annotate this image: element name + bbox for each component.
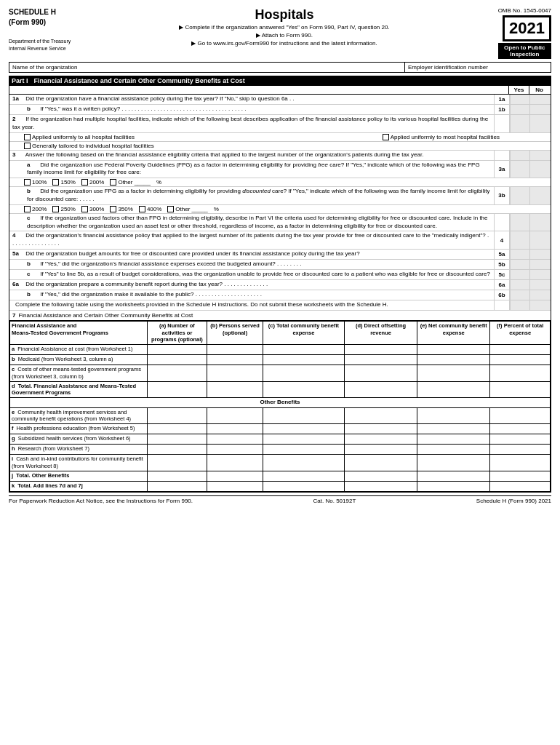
row-g-col-c: [263, 434, 344, 445]
col-header-a: (a) Number of activities or programs (op…: [147, 321, 207, 344]
col-header-programs: Financial Assistance and Means-Tested Go…: [10, 321, 148, 344]
row-c-col-c: [263, 365, 344, 382]
row-j-col-b: [207, 471, 263, 481]
page-header: SCHEDULE H (Form 990) Department of the …: [9, 7, 551, 59]
row-c-col-a: [147, 365, 207, 382]
table-row-k: k Total. Add lines 7d and 7j: [10, 481, 551, 491]
row-k-col-d: [344, 481, 417, 491]
cb-250[interactable]: 250%: [52, 206, 75, 212]
form-ref: (Form 990): [9, 17, 71, 28]
table-row-d: d Total. Financial Assistance and Means-…: [10, 381, 551, 398]
ans-note-yes: [510, 300, 530, 310]
question-1a: 1a Did the organization have a financial…: [9, 95, 551, 105]
checkbox-icon[interactable]: [81, 206, 88, 212]
question-6a: 6a Did the organization prepare a commun…: [9, 280, 551, 290]
cb-other-3b[interactable]: Other _____: [167, 206, 207, 212]
table-row-h: h Research (from Worksheet 7): [10, 445, 551, 455]
checkbox-icon[interactable]: [24, 134, 31, 140]
checkbox-icon[interactable]: [24, 143, 31, 149]
row-f-label: f Health professions education (from Wor…: [10, 424, 148, 434]
row-j-col-c: [263, 471, 344, 481]
row-f-col-b: [207, 424, 263, 434]
no-col-header: No: [529, 86, 549, 94]
ref-3c: [494, 214, 510, 231]
col-header-c: (c) Total community benefit expense: [263, 321, 344, 344]
checkbox-icon[interactable]: [81, 179, 88, 186]
q3b-checkboxes: 200% 250% 300% 350% 400% Other _____: [9, 205, 551, 214]
question-5a: 5a Did the organization budget amounts f…: [9, 250, 551, 260]
row-g-col-a: [147, 434, 207, 445]
cb-350[interactable]: 350%: [110, 206, 132, 212]
ans-3a-no: [530, 161, 551, 178]
checkbox-icon[interactable]: [52, 206, 59, 212]
page-container: SCHEDULE H (Form 990) Department of the …: [9, 7, 551, 504]
row-h-col-d: [344, 445, 417, 455]
row-h-col-a: [147, 445, 207, 455]
row-e-col-f: [490, 407, 551, 424]
checkbox-icon[interactable]: [24, 179, 31, 186]
question-3: 3 Answer the following based on the fina…: [9, 151, 551, 161]
checkbox-icon[interactable]: [167, 206, 174, 212]
ans-2-yes: [510, 115, 530, 132]
q3a-checkboxes: 100% 150% 200% Other _____ %: [9, 178, 551, 187]
section2-header: Other Benefits: [10, 398, 551, 407]
row-f-col-c: [263, 424, 344, 434]
schedule-footer-ref: Schedule H (Form 990) 2021: [476, 498, 551, 504]
row-j-col-d: [344, 471, 417, 481]
row-g-label: g Subsidized health services (from Works…: [10, 434, 148, 445]
row-h-col-c: [263, 445, 344, 455]
cb-200[interactable]: 200%: [81, 179, 104, 186]
part1-header: Part I Financial Assistance and Certain …: [9, 76, 551, 86]
checkbox-icon[interactable]: [24, 206, 31, 212]
row-k-col-b: [207, 481, 263, 491]
title-block: Hospitals ▶ Complete if the organization…: [71, 7, 497, 48]
question-3a: a Did the organization use Federal Pover…: [9, 161, 551, 179]
cb-uniformly-most[interactable]: Applied uniformly to most hospital facil…: [383, 134, 500, 140]
cb-other-3a[interactable]: Other _____: [110, 179, 150, 186]
question-2: 2 If the organization had multiple hospi…: [9, 115, 551, 133]
row-f-col-e: [417, 424, 490, 434]
ans-5c-yes: [510, 270, 530, 279]
ans-4-yes: [510, 231, 530, 249]
col-header-b: (b) Persons served (optional): [207, 321, 263, 344]
row-i-col-f: [490, 455, 551, 471]
row-c-label: c Costs of other means-tested government…: [10, 365, 148, 382]
row-f-col-d: [344, 424, 417, 434]
cb-400[interactable]: 400%: [139, 206, 161, 212]
ref-note: [494, 300, 510, 310]
row-a-col-c: [263, 345, 344, 355]
checkbox-icon[interactable]: [139, 206, 145, 212]
ans-5a-no: [530, 250, 551, 259]
cb-200b[interactable]: 200%: [24, 206, 47, 212]
community-benefit-table: Financial Assistance and Means-Tested Go…: [9, 321, 551, 492]
ans-6a-yes: [510, 280, 530, 290]
cb-300[interactable]: 300%: [81, 206, 104, 212]
row-a-col-e: [417, 345, 490, 355]
instruction1: ▶ Complete if the organization answered …: [85, 24, 483, 31]
row-j-col-f: [490, 471, 551, 481]
checkbox-icon[interactable]: [110, 179, 116, 186]
row-a-col-f: [490, 345, 551, 355]
row-h-col-e: [417, 445, 490, 455]
ref-3: [494, 151, 510, 160]
checkbox-icon[interactable]: [52, 179, 59, 186]
checkbox-icon[interactable]: [110, 206, 116, 212]
part1-content: Yes No 1a Did the organization have a fi…: [9, 86, 551, 493]
cat-no: Cat. No. 50192T: [313, 498, 356, 504]
cb-uniformly-all[interactable]: Applied uniformly to all hospital facili…: [24, 134, 135, 140]
row-j-col-a: [147, 471, 207, 481]
row-k-col-e: [417, 481, 490, 491]
q6b-note: Complete the following table using the w…: [9, 300, 551, 311]
part1-title: Financial Assistance and Certain Other C…: [34, 77, 245, 84]
cb-150[interactable]: 150%: [52, 179, 75, 186]
row-d-col-b: [207, 381, 263, 398]
row-j-col-e: [417, 471, 490, 481]
row-a-col-b: [207, 345, 263, 355]
checkbox-icon[interactable]: [383, 134, 389, 140]
row-b-label: b Medicaid (from Worksheet 3, column a): [10, 355, 148, 365]
cb-100[interactable]: 100%: [24, 179, 47, 186]
cb-tailored[interactable]: Generally tailored to individual hospita…: [24, 143, 154, 149]
ans-6b-no: [530, 290, 551, 300]
part1-label: Part I: [12, 77, 28, 84]
question-5c: c If "Yes" to line 5b, as a result of bu…: [9, 270, 551, 280]
